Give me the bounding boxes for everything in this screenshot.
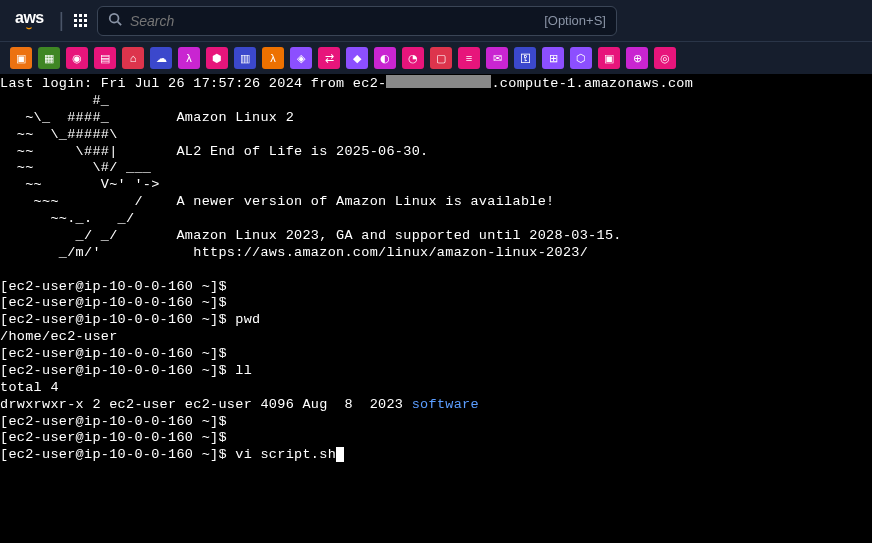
- terminal-blank: [0, 262, 872, 279]
- terminal-motd-line: ~~ \###| AL2 End of Life is 2025-06-30.: [0, 144, 872, 161]
- service-icon-lambda[interactable]: λ: [178, 47, 200, 69]
- terminal-prompt-line: [ec2-user@ip-10-0-0-160 ~]$: [0, 295, 872, 312]
- service-icon-amplify[interactable]: ◈: [290, 47, 312, 69]
- terminal-prompt-line: [ec2-user@ip-10-0-0-160 ~]$: [0, 430, 872, 447]
- service-icon-cognito[interactable]: ◔: [402, 47, 424, 69]
- service-icon-route53[interactable]: ⊕: [626, 47, 648, 69]
- service-icon-kms[interactable]: ⚿: [514, 47, 536, 69]
- terminal-motd-line: ~~ \_#####\: [0, 127, 872, 144]
- terminal[interactable]: Last login: Fri Jul 26 17:57:26 2024 fro…: [0, 74, 872, 466]
- service-icon-eks[interactable]: ⬡: [570, 47, 592, 69]
- service-icon-cloudtrail[interactable]: ▤: [94, 47, 116, 69]
- terminal-prompt-line: [ec2-user@ip-10-0-0-160 ~]$ pwd: [0, 312, 872, 329]
- service-favorites-bar: ▣▦◉▤⌂☁λ⬢▥λ◈⇄◆◐◔▢≡✉⚿⊞⬡▣⊕◎: [0, 42, 872, 74]
- service-icon-cfn[interactable]: ▣: [598, 47, 620, 69]
- terminal-last-login: Last login: Fri Jul 26 17:57:26 2024 fro…: [0, 76, 872, 93]
- search-shortcut-label: [Option+S]: [544, 13, 606, 28]
- terminal-output-line: /home/ec2-user: [0, 329, 872, 346]
- terminal-motd-line: _/ _/ Amazon Linux 2023, GA and supporte…: [0, 228, 872, 245]
- terminal-cursor: [336, 447, 344, 462]
- nav-separator: |: [59, 9, 64, 32]
- service-icon-ecr[interactable]: ▢: [430, 47, 452, 69]
- terminal-motd-line: ~~~ / A newer version of Amazon Linux is…: [0, 194, 872, 211]
- top-nav: aws ⌣ | [Option+S]: [0, 0, 872, 42]
- search-box[interactable]: [Option+S]: [97, 6, 617, 36]
- service-icon-vpc[interactable]: ◎: [654, 47, 676, 69]
- svg-point-0: [110, 14, 119, 23]
- service-icon-sqs[interactable]: ≡: [458, 47, 480, 69]
- service-icon-glue[interactable]: ◆: [346, 47, 368, 69]
- terminal-motd-line: ~\_ ####_ Amazon Linux 2: [0, 110, 872, 127]
- services-grid-icon[interactable]: [74, 14, 87, 27]
- terminal-prompt-line: [ec2-user@ip-10-0-0-160 ~]$: [0, 279, 872, 296]
- terminal-motd-line: ~~ V~' '->: [0, 177, 872, 194]
- terminal-motd-line: #_: [0, 93, 872, 110]
- terminal-motd-line: ~~ \#/ ___: [0, 160, 872, 177]
- service-icon-stepfn[interactable]: ⇄: [318, 47, 340, 69]
- service-icon-ecs[interactable]: ⊞: [542, 47, 564, 69]
- terminal-prompt-line: [ec2-user@ip-10-0-0-160 ~]$: [0, 414, 872, 431]
- search-input[interactable]: [130, 13, 536, 29]
- service-icon-iam[interactable]: ⌂: [122, 47, 144, 69]
- terminal-directory: software: [412, 397, 479, 412]
- service-icon-eventbridge[interactable]: ◐: [374, 47, 396, 69]
- terminal-motd-line: _/m/' https://aws.amazon.com/linux/amazo…: [0, 245, 872, 262]
- terminal-prompt-line: [ec2-user@ip-10-0-0-160 ~]$ ll: [0, 363, 872, 380]
- aws-logo[interactable]: aws ⌣: [10, 9, 49, 32]
- terminal-motd-line: ~~._. _/: [0, 211, 872, 228]
- service-icon-dynamo[interactable]: ⬢: [206, 47, 228, 69]
- service-icon-cloudwatch[interactable]: ◉: [66, 47, 88, 69]
- svg-line-1: [118, 22, 122, 26]
- service-icon-lambda2[interactable]: λ: [262, 47, 284, 69]
- service-icon-ec2[interactable]: ▣: [10, 47, 32, 69]
- terminal-output-line: total 4: [0, 380, 872, 397]
- terminal-ls-line: drwxrwxr-x 2 ec2-user ec2-user 4096 Aug …: [0, 397, 872, 414]
- search-icon: [108, 12, 122, 29]
- service-icon-s3[interactable]: ▦: [38, 47, 60, 69]
- terminal-prompt-line: [ec2-user@ip-10-0-0-160 ~]$ vi script.sh: [0, 447, 872, 464]
- service-icon-cloud9[interactable]: ☁: [150, 47, 172, 69]
- service-icon-rds[interactable]: ▥: [234, 47, 256, 69]
- service-icon-sns[interactable]: ✉: [486, 47, 508, 69]
- terminal-prompt-line: [ec2-user@ip-10-0-0-160 ~]$: [0, 346, 872, 363]
- redacted-ip: [386, 75, 491, 88]
